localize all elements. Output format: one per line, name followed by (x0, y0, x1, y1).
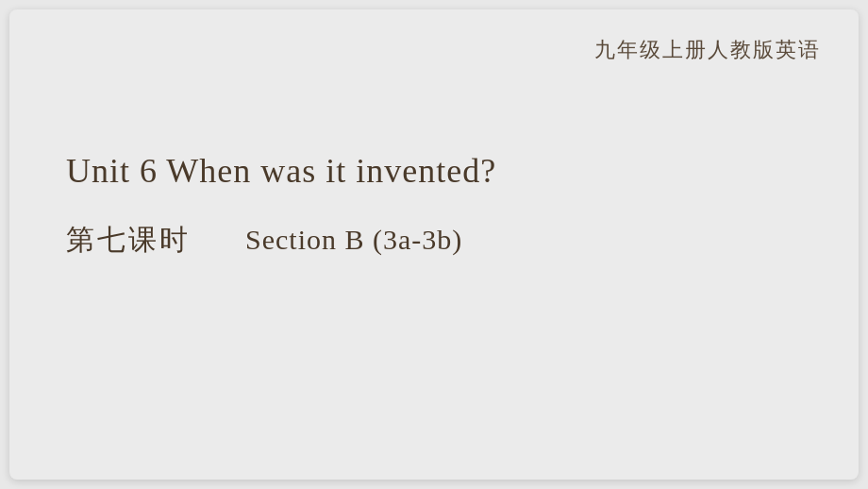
unit-title: Unit 6 When was it invented? (66, 151, 496, 191)
top-right-title: 九年级上册人教版英语 (594, 36, 821, 64)
section-title: 第七课时 Section B (3a-3b) (66, 221, 496, 260)
section-chinese: 第七课时 (66, 224, 191, 255)
section-spacer (210, 224, 226, 255)
slide-container: 九年级上册人教版英语 Unit 6 When was it invented? … (9, 9, 859, 480)
section-english: Section B (3a-3b) (245, 224, 462, 255)
main-content: Unit 6 When was it invented? 第七课时 Sectio… (66, 151, 496, 260)
